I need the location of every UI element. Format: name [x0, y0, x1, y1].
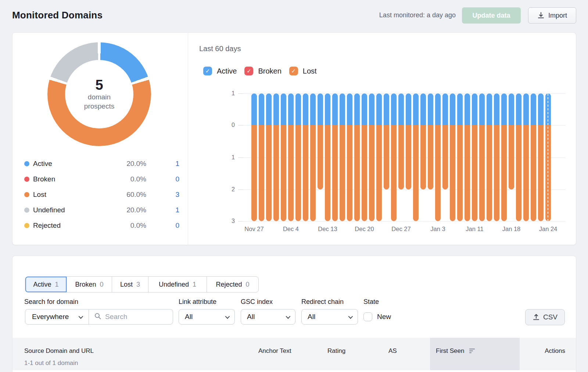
- lost-checkbox-checked-icon[interactable]: ✓: [289, 67, 298, 75]
- legend-count-link[interactable]: 0: [146, 175, 179, 183]
- bar-day-36: [516, 93, 521, 221]
- redirect-chain-label: Redirect chain: [301, 298, 344, 306]
- legend-row-rejected: Rejected 0.0% 0: [24, 218, 179, 233]
- bar-lost-segment: [318, 125, 323, 189]
- bar-active-segment: [273, 93, 279, 125]
- first-seen-label: First Seen: [436, 347, 464, 354]
- bar-day-34: [501, 93, 507, 221]
- bar-lost-segment: [420, 125, 426, 189]
- page-title: Monitored Domains: [12, 10, 103, 21]
- bar-active-segment: [538, 93, 544, 125]
- bar-active-segment: [266, 93, 272, 125]
- bar-day-1: [259, 93, 264, 221]
- bar-day-23: [420, 93, 426, 189]
- x-axis-tick: Jan 3: [420, 226, 456, 233]
- legend-label: Undefined: [33, 206, 110, 214]
- bar-lost-segment: [538, 125, 544, 221]
- bar-day-31: [479, 93, 485, 221]
- col-rating: Rating: [327, 347, 345, 355]
- bar-lost-segment: [398, 125, 404, 189]
- bar-day-15: [362, 93, 367, 221]
- bar-active-segment: [494, 93, 499, 125]
- legend-count-link[interactable]: 0: [146, 222, 179, 230]
- toggle-lost[interactable]: ✓ Lost: [289, 67, 317, 75]
- tab-active[interactable]: Active 1: [25, 277, 67, 292]
- gsc-index-value: All: [247, 313, 255, 321]
- active-checkbox-checked-icon[interactable]: ✓: [203, 67, 212, 75]
- donut-center-label-1: domain: [88, 92, 111, 102]
- bar-lost-segment: [450, 125, 455, 221]
- donut-center: 5 domain prospects: [65, 60, 133, 128]
- tab-lost[interactable]: Lost 3: [112, 277, 148, 292]
- panel-divider: [188, 33, 188, 245]
- table-row-count: 1-1 out of 1 domain: [24, 359, 78, 367]
- bar-day-13: [347, 93, 352, 221]
- legend-label: Active: [33, 160, 110, 168]
- toggle-label: Lost: [303, 67, 317, 75]
- bar-day-26: [442, 93, 448, 189]
- toggle-broken[interactable]: ✓ Broken: [244, 67, 281, 75]
- x-axis-tick: Jan 24: [530, 226, 566, 233]
- tab-rejected[interactable]: Rejected 0: [207, 277, 258, 292]
- toggle-active[interactable]: ✓ Active: [203, 67, 237, 75]
- donut-chart: 5 domain prospects: [47, 42, 151, 146]
- bar-day-22: [413, 93, 419, 221]
- bar-active-segment: [376, 93, 382, 125]
- gsc-index-select[interactable]: All: [241, 309, 295, 325]
- tab-label: Broken: [75, 281, 96, 288]
- broken-checkbox-checked-icon[interactable]: ✓: [244, 67, 253, 75]
- update-data-button[interactable]: Update data: [462, 7, 521, 24]
- bar-lost-segment: [479, 125, 485, 221]
- import-button[interactable]: Import: [528, 7, 576, 24]
- col-actions: Actions: [545, 347, 565, 355]
- bar-active-segment: [420, 93, 426, 125]
- page-header: Monitored Domains Last monitored: a day …: [12, 0, 576, 32]
- col-first-seen[interactable]: First Seen: [436, 347, 475, 355]
- legend-count-link[interactable]: 1: [146, 206, 179, 214]
- timeline-title: Last 60 days: [199, 45, 241, 53]
- bar-active-segment: [406, 93, 411, 125]
- tab-count: 0: [100, 281, 104, 288]
- legend-label: Rejected: [33, 222, 110, 230]
- search-scope-dropdown[interactable]: Everywhere: [25, 309, 89, 324]
- update-data-label: Update data: [472, 12, 510, 20]
- bar-lost-segment: [487, 125, 492, 221]
- tab-broken[interactable]: Broken 0: [67, 277, 112, 292]
- bar-lost-segment: [266, 125, 272, 221]
- legend-row-active: Active 20.0% 1: [24, 156, 179, 171]
- bar-day-2: [266, 93, 272, 221]
- tab-count: 1: [55, 281, 59, 288]
- col-as: AS: [388, 347, 397, 355]
- legend-count-link[interactable]: 1: [146, 160, 179, 168]
- chevron-down-icon: [225, 314, 230, 319]
- bar-lost-segment: [251, 125, 257, 221]
- bar-lost-segment: [509, 125, 514, 189]
- active-dot-icon: [24, 161, 29, 166]
- bar-lost-segment: [281, 125, 286, 221]
- bar-active-segment: [354, 93, 360, 125]
- bar-day-20: [398, 93, 404, 189]
- export-csv-button[interactable]: CSV: [525, 309, 565, 325]
- bar-active-segment: [251, 93, 257, 125]
- legend-count-link[interactable]: 3: [146, 191, 179, 199]
- new-checkbox-label: New: [377, 313, 391, 321]
- tab-undefined[interactable]: Undefined 1: [148, 277, 207, 292]
- link-attribute-select[interactable]: All: [179, 309, 235, 325]
- bar-active-segment: [398, 93, 404, 125]
- bar-day-28: [457, 93, 463, 221]
- search-input[interactable]: Search: [89, 312, 173, 321]
- bar-day-37: [523, 93, 529, 221]
- redirect-chain-value: All: [308, 313, 315, 321]
- y-axis-tick: 1: [232, 90, 235, 97]
- last-monitored-text: Last monitored: a day ago: [379, 11, 456, 19]
- legend-percent: 20.0%: [110, 206, 146, 214]
- redirect-chain-select[interactable]: All: [301, 309, 358, 325]
- bar-day-33: [494, 93, 499, 221]
- bar-active-segment: [501, 93, 507, 125]
- upload-icon: [533, 313, 540, 321]
- bar-active-segment: [259, 93, 264, 125]
- bar-lost-segment: [295, 125, 301, 221]
- state-new-filter[interactable]: New: [363, 312, 391, 321]
- legend-row-undefined: Undefined 20.0% 1: [24, 202, 179, 218]
- new-checkbox-unchecked-icon[interactable]: [363, 312, 372, 321]
